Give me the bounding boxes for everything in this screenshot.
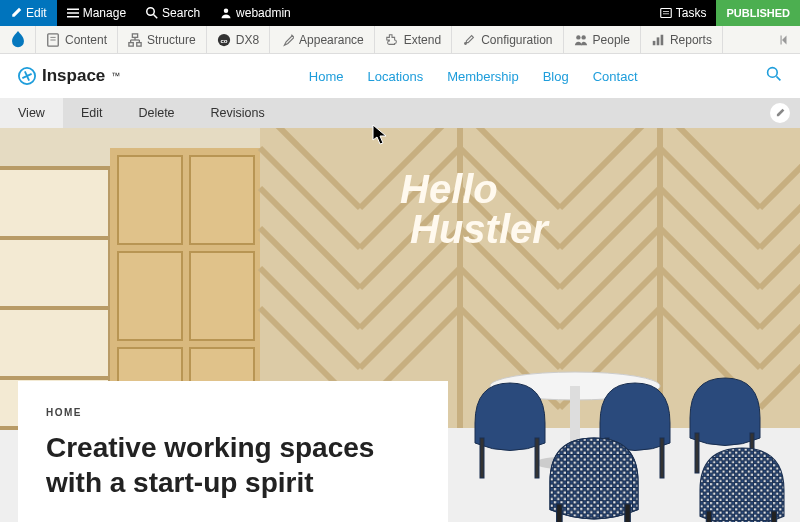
site-logo[interactable]: Inspace™ xyxy=(18,66,120,86)
svg-rect-40 xyxy=(118,252,182,340)
search-icon xyxy=(766,66,782,82)
tasks-button[interactable]: Tasks xyxy=(650,0,717,26)
svg-point-22 xyxy=(576,35,580,39)
svg-rect-86 xyxy=(480,438,484,478)
user-button[interactable]: webadmin xyxy=(210,0,301,26)
svg-point-3 xyxy=(147,8,155,16)
svg-rect-99 xyxy=(706,511,711,522)
main-nav: Home Locations Membership Blog Contact xyxy=(249,69,638,84)
content-icon xyxy=(46,33,60,47)
hamburger-icon xyxy=(67,7,79,19)
sign-line2: Hustler xyxy=(410,207,550,251)
search-button[interactable] xyxy=(766,66,782,86)
svg-rect-89 xyxy=(660,438,664,478)
svg-rect-100 xyxy=(771,511,776,522)
local-tabs: View Edit Delete Revisions xyxy=(0,98,800,128)
tab-view[interactable]: View xyxy=(0,98,63,128)
admin-menu: Content Structure co DX8 Appearance Exte… xyxy=(0,26,800,54)
tasks-label: Tasks xyxy=(676,6,707,20)
adminbar-configuration[interactable]: Configuration xyxy=(452,26,563,53)
svg-rect-26 xyxy=(661,34,664,45)
svg-line-4 xyxy=(154,15,158,19)
arrow-left-icon xyxy=(779,34,791,46)
adminbar-label: Reports xyxy=(670,33,712,47)
adminbar-label: Extend xyxy=(404,33,441,47)
edit-label: Edit xyxy=(26,6,47,20)
admin-topbar: Edit Manage Search webadmin Tasks PUBLIS… xyxy=(0,0,800,26)
adminbar-people[interactable]: People xyxy=(564,26,641,53)
config-icon xyxy=(462,33,476,47)
adminbar-label: Structure xyxy=(147,33,196,47)
svg-point-21 xyxy=(465,42,467,44)
published-label: PUBLISHED xyxy=(726,7,790,19)
svg-rect-90 xyxy=(695,433,699,473)
svg-rect-97 xyxy=(557,504,563,522)
tab-label: View xyxy=(18,106,45,120)
sign-line1: Hello xyxy=(400,167,498,211)
pencil-icon xyxy=(10,7,22,19)
svg-rect-1 xyxy=(67,12,79,14)
logo-mark-icon xyxy=(18,67,36,85)
nav-blog[interactable]: Blog xyxy=(543,69,569,84)
svg-rect-2 xyxy=(67,16,79,18)
published-badge[interactable]: PUBLISHED xyxy=(716,0,800,26)
svg-line-30 xyxy=(776,76,780,80)
search-icon xyxy=(146,7,158,19)
hero-image: Hello Hustler xyxy=(0,128,800,522)
svg-rect-13 xyxy=(129,42,133,46)
svg-rect-6 xyxy=(661,9,672,18)
site-header: Inspace™ Home Locations Membership Blog … xyxy=(0,54,800,98)
adminbar-content[interactable]: Content xyxy=(36,26,118,53)
adminbar-label: DX8 xyxy=(236,33,259,47)
reports-icon xyxy=(651,33,665,47)
collapse-button[interactable] xyxy=(770,26,800,53)
structure-icon xyxy=(128,33,142,47)
nav-membership[interactable]: Membership xyxy=(447,69,519,84)
svg-rect-27 xyxy=(781,35,782,44)
svg-point-23 xyxy=(581,35,585,39)
search-label: Search xyxy=(162,6,200,20)
tab-revisions[interactable]: Revisions xyxy=(193,98,283,128)
adminbar-reports[interactable]: Reports xyxy=(641,26,723,53)
nav-home[interactable]: Home xyxy=(309,69,344,84)
adminbar-label: Configuration xyxy=(481,33,552,47)
edit-mode-button[interactable]: Edit xyxy=(0,0,57,26)
svg-rect-25 xyxy=(657,37,660,45)
svg-rect-98 xyxy=(625,504,631,522)
adminbar-extend[interactable]: Extend xyxy=(375,26,452,53)
svg-rect-0 xyxy=(67,9,79,11)
pencil-icon xyxy=(775,108,785,118)
nav-locations[interactable]: Locations xyxy=(367,69,423,84)
svg-rect-24 xyxy=(653,40,656,44)
user-label: webadmin xyxy=(236,6,291,20)
svg-point-5 xyxy=(224,9,229,14)
spacer xyxy=(283,98,760,128)
adminbar-dx8[interactable]: co DX8 xyxy=(207,26,270,53)
adminbar-structure[interactable]: Structure xyxy=(118,26,207,53)
svg-rect-38 xyxy=(118,156,182,244)
adminbar-appearance[interactable]: Appearance xyxy=(270,26,375,53)
contextual-edit-button[interactable] xyxy=(770,103,790,123)
svg-rect-87 xyxy=(535,438,539,478)
tasks-icon xyxy=(660,7,672,19)
tab-label: Revisions xyxy=(211,106,265,120)
extend-icon xyxy=(385,33,399,47)
appearance-icon xyxy=(280,33,294,47)
tab-label: Delete xyxy=(138,106,174,120)
dx8-icon: co xyxy=(217,33,231,47)
hero-card: HOME Creative working spaces with a star… xyxy=(18,381,448,522)
svg-text:co: co xyxy=(220,36,227,43)
adminbar-label: Appearance xyxy=(299,33,364,47)
search-button[interactable]: Search xyxy=(136,0,210,26)
drupal-home-icon[interactable] xyxy=(0,26,36,53)
trademark: ™ xyxy=(111,71,120,81)
breadcrumb[interactable]: HOME xyxy=(46,407,420,418)
tab-edit[interactable]: Edit xyxy=(63,98,121,128)
manage-label: Manage xyxy=(83,6,126,20)
person-icon xyxy=(220,7,232,19)
people-icon xyxy=(574,33,588,47)
svg-rect-39 xyxy=(190,156,254,244)
tab-delete[interactable]: Delete xyxy=(120,98,192,128)
nav-contact[interactable]: Contact xyxy=(593,69,638,84)
manage-button[interactable]: Manage xyxy=(57,0,136,26)
